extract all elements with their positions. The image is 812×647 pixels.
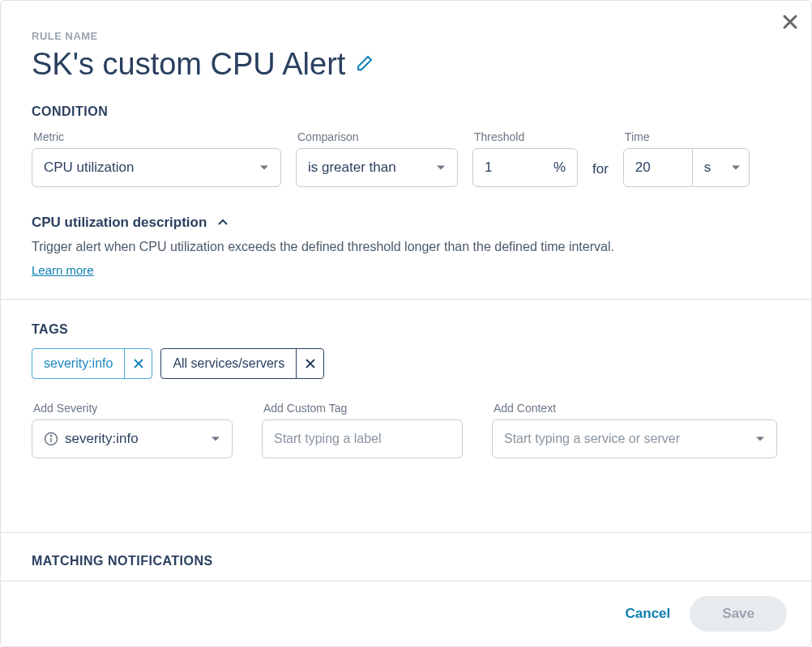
threshold-box: % bbox=[472, 148, 578, 187]
close-icon bbox=[305, 358, 316, 369]
tag-chip-text: All services/servers bbox=[161, 349, 296, 378]
time-label: Time bbox=[625, 130, 750, 143]
comparison-field: Comparison is greater than bbox=[296, 130, 458, 187]
chevron-down-icon bbox=[731, 163, 741, 172]
metric-select[interactable]: CPU utilization bbox=[32, 148, 281, 187]
chevron-down-icon bbox=[259, 163, 269, 172]
condition-row: Metric CPU utilization Comparison is gre… bbox=[32, 130, 780, 187]
comparison-label: Comparison bbox=[297, 130, 458, 143]
add-custom-tag-field: Add Custom Tag bbox=[262, 402, 463, 458]
tag-chip-remove[interactable] bbox=[124, 349, 152, 378]
description-toggle[interactable]: CPU utilization description bbox=[32, 215, 780, 231]
tag-chip-text: severity:info bbox=[32, 349, 124, 378]
close-button[interactable] bbox=[780, 12, 800, 35]
add-context-field: Add Context bbox=[492, 402, 777, 458]
tag-chip-remove[interactable] bbox=[296, 349, 323, 378]
matching-section-label: MATCHING NOTIFICATIONS bbox=[32, 554, 213, 568]
time-unit-select[interactable]: s bbox=[693, 148, 750, 187]
close-icon bbox=[780, 12, 800, 32]
save-button[interactable]: Save bbox=[690, 596, 787, 632]
divider bbox=[1, 299, 811, 300]
time-value-input[interactable] bbox=[635, 160, 676, 176]
add-severity-field: Add Severity severity:info bbox=[32, 402, 233, 458]
context-select[interactable] bbox=[492, 419, 777, 458]
tags-row: severity:info All services/servers bbox=[32, 348, 780, 379]
close-icon bbox=[133, 358, 144, 369]
tag-chip-severity: severity:info bbox=[32, 348, 152, 379]
time-group: s bbox=[623, 148, 750, 187]
modal-footer: Cancel Save bbox=[1, 581, 811, 646]
chevron-down-icon bbox=[755, 434, 765, 444]
severity-value: severity:info bbox=[65, 431, 204, 447]
metric-field: Metric CPU utilization bbox=[32, 130, 281, 187]
tag-inputs-row: Add Severity severity:info Add Custom Ta… bbox=[32, 402, 780, 458]
custom-tag-input[interactable] bbox=[274, 432, 451, 446]
time-unit-value: s bbox=[704, 160, 712, 176]
rule-title: SK's custom CPU Alert bbox=[32, 47, 345, 82]
pencil-icon bbox=[355, 53, 374, 73]
custom-tag-box bbox=[262, 419, 463, 458]
tag-chip-context: All services/servers bbox=[160, 348, 324, 379]
add-context-label: Add Context bbox=[494, 402, 777, 415]
metric-value: CPU utilization bbox=[44, 160, 135, 176]
cancel-button[interactable]: Cancel bbox=[626, 606, 671, 622]
condition-section-label: CONDITION bbox=[32, 104, 780, 119]
metric-label: Metric bbox=[33, 130, 281, 143]
info-icon bbox=[44, 432, 58, 446]
edit-title-button[interactable] bbox=[355, 53, 374, 76]
rule-title-row: SK's custom CPU Alert bbox=[32, 47, 780, 82]
modal-content: RULE NAME SK's custom CPU Alert CONDITIO… bbox=[1, 1, 811, 646]
learn-more-link[interactable]: Learn more bbox=[32, 263, 94, 277]
context-input[interactable] bbox=[504, 432, 755, 446]
threshold-input[interactable] bbox=[485, 160, 525, 176]
threshold-field: Threshold % bbox=[472, 130, 578, 187]
divider bbox=[1, 532, 811, 533]
threshold-label: Threshold bbox=[474, 130, 578, 143]
description-title: CPU utilization description bbox=[32, 215, 207, 231]
severity-select[interactable]: severity:info bbox=[32, 419, 233, 458]
tags-section-label: TAGS bbox=[32, 322, 780, 337]
time-value-box bbox=[623, 148, 693, 187]
chevron-down-icon bbox=[436, 163, 446, 172]
chevron-up-icon bbox=[216, 216, 229, 229]
threshold-unit: % bbox=[553, 160, 566, 176]
description-text: Trigger alert when CPU utilization excee… bbox=[32, 237, 780, 257]
rule-name-label: RULE NAME bbox=[32, 30, 780, 42]
add-severity-label: Add Severity bbox=[33, 402, 233, 415]
add-custom-tag-label: Add Custom Tag bbox=[263, 402, 463, 415]
comparison-value: is greater than bbox=[308, 160, 396, 176]
comparison-select[interactable]: is greater than bbox=[296, 148, 458, 187]
time-field: Time s bbox=[623, 130, 750, 187]
svg-point-8 bbox=[50, 436, 51, 436]
for-text: for bbox=[592, 161, 609, 187]
chevron-down-icon bbox=[211, 434, 220, 444]
alert-rule-modal: RULE NAME SK's custom CPU Alert CONDITIO… bbox=[0, 0, 812, 647]
